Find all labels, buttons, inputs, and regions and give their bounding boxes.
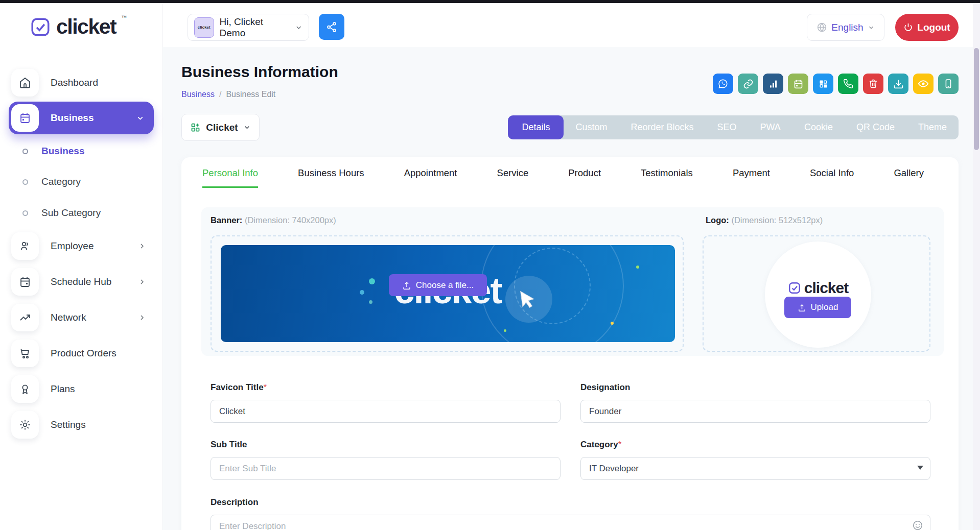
sidebar-item-label: Network (51, 312, 86, 323)
sidebar-item-label: Schedule Hub (51, 276, 111, 287)
breadcrumb: Business / Business Edit (181, 90, 275, 99)
description-label: Description (211, 497, 259, 508)
app-logo: clicket ™ (30, 16, 127, 38)
globe-icon (816, 22, 827, 33)
sidebar-item-label: Dashboard (51, 77, 98, 88)
banner-decor-dot (636, 266, 639, 269)
eye-icon (918, 78, 929, 89)
analytics-button[interactable] (763, 74, 783, 94)
tab-qr-code[interactable]: QR Code (845, 115, 906, 139)
award-icon (19, 383, 31, 395)
brand-text: clicket (56, 16, 116, 37)
tab-theme[interactable]: Theme (906, 115, 959, 139)
category-label: Category* (580, 440, 621, 450)
choose-file-button[interactable]: Choose a file... (389, 274, 487, 296)
logout-button[interactable]: Logout (895, 14, 959, 41)
sidebar-item-label: Plans (51, 383, 75, 395)
sidebar-item-dashboard[interactable]: Dashboard (11, 69, 153, 97)
subtab-business-hours[interactable]: Business Hours (298, 167, 364, 188)
tab-details[interactable]: Details (508, 115, 564, 139)
language-label: English (831, 22, 863, 33)
user-menu-button[interactable]: clicket Hi, Clicket Demo (188, 14, 309, 41)
tab-pwa[interactable]: PWA (749, 115, 792, 139)
link-icon (743, 79, 754, 89)
sidebar-item-plans[interactable]: Plans (11, 375, 153, 403)
phone-button[interactable] (838, 74, 858, 94)
sidebar-item-product-orders[interactable]: Product Orders (11, 340, 153, 367)
download-icon (893, 79, 904, 89)
sidebar-item-settings[interactable]: Settings (11, 411, 153, 439)
sidebar-subitem-sub-category[interactable]: Sub Category (22, 205, 101, 221)
subtab-product[interactable]: Product (568, 167, 601, 188)
banner-dropzone[interactable]: clicket Choose a file... (211, 235, 684, 352)
subtab-payment[interactable]: Payment (733, 167, 770, 188)
sidebar-subitem-label: Sub Category (41, 207, 101, 219)
designation-label: Designation (580, 382, 630, 393)
description-textarea[interactable] (211, 515, 930, 530)
sidebar-subitem-category[interactable]: Category (22, 174, 81, 189)
category-select-wrap: IT Developer (580, 457, 930, 480)
link-button[interactable] (738, 74, 758, 94)
designation-input[interactable] (580, 400, 930, 423)
qr-grid-button[interactable] (813, 74, 833, 94)
sidebar-subitem-business[interactable]: Business (22, 143, 84, 159)
subtab-gallery[interactable]: Gallery (894, 167, 924, 188)
gear-icon (19, 419, 31, 431)
subtab-appointment[interactable]: Appointment (404, 167, 457, 188)
bullet-icon (22, 149, 28, 154)
main-content: Business Information Business / Business… (162, 47, 980, 530)
tab-reorder-blocks[interactable]: Reorder Blocks (619, 115, 705, 139)
subtab-personal-info[interactable]: Personal Info (202, 167, 258, 188)
home-icon (19, 77, 31, 89)
required-asterisk: * (618, 440, 622, 449)
sidebar-item-business[interactable]: Business (9, 102, 154, 134)
whatsapp-button[interactable] (713, 74, 733, 94)
page-scrollbar[interactable] (973, 3, 980, 530)
chevron-right-icon (138, 314, 146, 322)
chevron-right-icon (138, 242, 146, 250)
brand-trademark: ™ (121, 14, 127, 20)
delete-button[interactable] (863, 74, 883, 94)
subtab-social-info[interactable]: Social Info (810, 167, 854, 188)
download-button[interactable] (888, 74, 908, 94)
mobile-view-button[interactable] (938, 74, 959, 94)
sub-title-input[interactable] (211, 457, 561, 480)
logo-brand-text: clicket (804, 279, 848, 297)
business-info-card: Personal Info Business Hours Appointment… (181, 157, 959, 530)
cursor-icon (517, 287, 541, 311)
logo-upload-button[interactable]: Upload (784, 297, 851, 318)
banner-label-text: Banner: (211, 215, 242, 225)
tab-seo[interactable]: SEO (706, 115, 749, 139)
banner-cursor-decor (505, 276, 552, 323)
upload-panel: Banner: (Dimension: 740x200px) Logo: (Di… (201, 207, 944, 356)
tab-custom[interactable]: Custom (564, 115, 619, 139)
calendar-icon (19, 276, 31, 288)
chevron-right-icon (138, 278, 146, 286)
emoji-picker-button[interactable] (912, 520, 923, 530)
sidebar-subitem-label: Category (41, 176, 81, 187)
chevron-down-icon (136, 114, 145, 123)
banner-decor-dot (504, 329, 506, 332)
subtab-testimonials[interactable]: Testimonials (641, 167, 693, 188)
tab-cookie[interactable]: Cookie (792, 115, 845, 139)
share-button[interactable] (319, 14, 344, 40)
phone-icon (843, 79, 853, 89)
mobile-icon (943, 79, 953, 89)
subtab-service[interactable]: Service (497, 167, 529, 188)
scrollbar-thumb[interactable] (974, 48, 979, 150)
logo-dropzone[interactable]: clicket Upload (703, 235, 930, 352)
calendar-button[interactable] (788, 74, 808, 94)
business-selector-dropdown[interactable]: Clicket (181, 114, 260, 141)
preview-button[interactable] (913, 74, 934, 94)
sidebar-item-employee[interactable]: Employee (11, 232, 153, 260)
logo-preview: clicket Upload (765, 242, 871, 348)
category-select[interactable]: IT Developer (580, 457, 930, 480)
sidebar-item-network[interactable]: Network (11, 304, 153, 331)
sidebar-item-schedule-hub[interactable]: Schedule Hub (11, 268, 153, 296)
calendar-icon (19, 112, 31, 124)
breadcrumb-business-link[interactable]: Business (181, 90, 215, 99)
favicon-title-input[interactable] (211, 400, 561, 423)
people-icon (19, 240, 31, 252)
language-selector[interactable]: English (807, 14, 884, 41)
smiley-icon (912, 520, 923, 530)
